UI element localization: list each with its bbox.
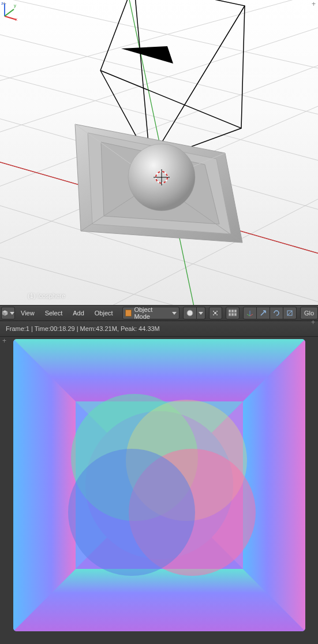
3d-view-header: View Select Add Object Object Mode: [0, 305, 318, 321]
cube-icon: [2, 309, 8, 317]
split-region-handle[interactable]: +: [310, 1, 317, 8]
sphere-shaded-icon: [186, 310, 193, 317]
svg-text:z: z: [1, 1, 3, 6]
svg-line-1: [0, 32, 318, 116]
svg-line-57: [247, 314, 250, 316]
layers-icon: [229, 310, 237, 317]
info-header: Frame:1 | Time:00:18.29 | Mem:43.21M, Pe…: [0, 321, 318, 337]
svg-marker-66: [51, 569, 267, 593]
svg-marker-65: [51, 377, 267, 401]
menu-add[interactable]: Add: [68, 308, 89, 318]
object-mode-icon: [125, 310, 132, 317]
manipulator-scale[interactable]: [283, 307, 297, 319]
svg-line-18: [150, 6, 245, 162]
svg-marker-61: [13, 339, 305, 377]
split-region-handle[interactable]: +: [1, 338, 8, 344]
svg-marker-63: [13, 339, 51, 631]
svg-marker-20: [121, 46, 173, 64]
svg-line-59: [287, 311, 292, 315]
orientation-dropdown[interactable]: Glo: [300, 307, 318, 319]
viewport-canvas: [0, 0, 318, 305]
svg-point-47: [213, 314, 214, 315]
svg-marker-62: [13, 593, 305, 631]
svg-line-56: [250, 314, 253, 316]
svg-rect-52: [229, 313, 231, 316]
svg-rect-54: [234, 313, 237, 316]
menu-view[interactable]: View: [16, 308, 39, 318]
viewport-shading-button[interactable]: [183, 307, 197, 319]
widget-axis-icon: [246, 310, 253, 317]
svg-text:x: x: [15, 17, 17, 21]
rendered-normal-map-image: [13, 339, 305, 631]
mode-label: Object Mode: [134, 306, 169, 320]
svg-line-6: [0, 0, 318, 84]
svg-line-35: [5, 9, 14, 16]
svg-point-46: [216, 311, 218, 312]
svg-point-44: [214, 312, 216, 314]
svg-rect-50: [231, 310, 234, 312]
svg-rect-53: [231, 313, 234, 316]
svg-point-45: [213, 311, 214, 312]
viewport-shading-caret[interactable]: [197, 307, 205, 319]
3d-viewport[interactable]: +: [0, 0, 318, 305]
layers-button[interactable]: [226, 307, 240, 319]
menu-select[interactable]: Select: [40, 308, 68, 318]
menu-object[interactable]: Object: [90, 308, 118, 318]
svg-rect-51: [234, 310, 237, 312]
svg-text:y: y: [14, 3, 16, 8]
active-object-label: (1) Icosphere: [28, 292, 65, 299]
mode-dropdown[interactable]: Object Mode: [122, 307, 179, 319]
svg-line-34: [5, 16, 16, 20]
render-stats: Frame:1 | Time:00:18.29 | Mem:43.21M, Pe…: [6, 325, 160, 332]
scale-icon: [286, 310, 293, 317]
arrow-icon: [260, 310, 267, 317]
svg-rect-49: [229, 310, 231, 312]
svg-marker-64: [267, 339, 305, 631]
editor-type-selector[interactable]: [1, 307, 15, 319]
manipulator-translate[interactable]: [257, 307, 270, 319]
manipulator-rotate[interactable]: [270, 307, 283, 319]
image-editor[interactable]: +: [0, 337, 318, 644]
orientation-label: Glo: [304, 310, 314, 317]
pivot-icon: [212, 310, 219, 317]
rotate-icon: [273, 310, 280, 317]
axis-gizmo: x y z: [0, 0, 21, 21]
svg-line-7: [0, 26, 318, 136]
svg-marker-67: [51, 377, 76, 593]
pivot-point-button[interactable]: [209, 307, 223, 319]
transform-orientation-normal[interactable]: [243, 307, 257, 319]
svg-point-79: [68, 449, 195, 576]
split-region-handle[interactable]: +: [310, 319, 316, 326]
svg-point-48: [216, 314, 218, 315]
